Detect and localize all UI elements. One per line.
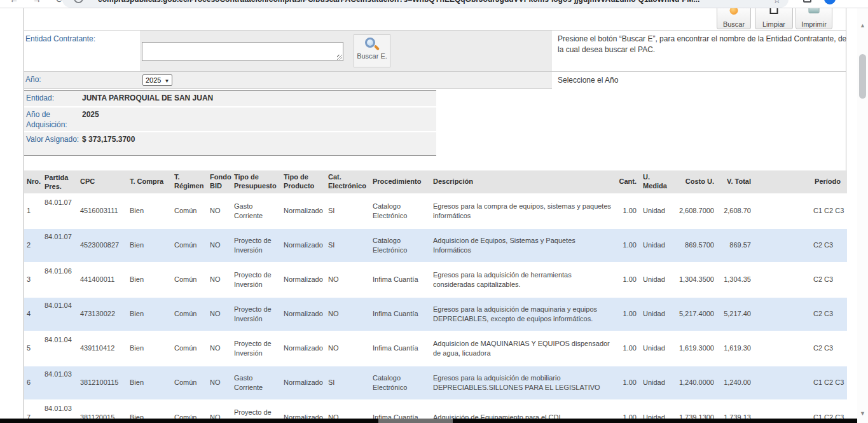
vertical-scrollbar[interactable]: ▲ ▼ (857, 8, 868, 423)
valor-asignado-label: Valor Asignado: (24, 132, 81, 155)
content-left-border (23, 8, 24, 419)
cell-tipo_presupuesto: Proyecto de Inversión (231, 263, 281, 297)
divider (24, 71, 846, 72)
entidad-info-label: Entidad: (24, 91, 81, 106)
cell-t_compra: Bien (127, 297, 172, 331)
cell-costo_u: 1,304.3500 (671, 263, 718, 297)
entity-info-row: Valor Asignado: $ 373,175.3700 (24, 132, 436, 155)
cell-u_medida: Unidad (640, 194, 671, 228)
cell-cat_electronico: NO (326, 297, 370, 331)
cell-fondo_bid: NO (207, 366, 231, 400)
cell-procedimiento: Infima Cuantía (370, 297, 431, 331)
forward-icon[interactable]: → (29, 0, 45, 7)
profile-avatar[interactable] (824, 0, 836, 4)
cell-cant: 1.00 (615, 194, 640, 228)
cell-periodo: C2 C3 (755, 331, 847, 366)
cell-nro: 2 (24, 228, 42, 263)
anio-help-text: Seleccione el Año (558, 75, 850, 86)
cell-descripcion: Egresos para la compra de equipos, siste… (431, 194, 615, 228)
cell-periodo: C2 C3 (755, 263, 847, 297)
entidad-contratante-input[interactable] (142, 42, 343, 61)
cell-cat_electronico: SI (326, 228, 370, 263)
cell-t_compra: Bien (127, 331, 172, 366)
cell-v_total: 1,304.35 (718, 263, 755, 297)
anio-adquisicion-label: Año de Adquisición: (24, 107, 81, 131)
cell-v_total: 5,217.40 (718, 297, 755, 331)
cell-descripcion: Adquisicion de MAQUINARIAS Y EQUIPOS dis… (431, 331, 615, 366)
cell-v_total: 1,240.00 (718, 366, 755, 400)
cell-descripcion: Adquisicion de Equipos, Sistemas y Paque… (431, 228, 615, 263)
browser-window-icon[interactable] (803, 0, 811, 3)
cell-u_medida: Unidad (640, 297, 671, 331)
cell-nro: 3 (24, 263, 42, 297)
limpiar-button-label: Limpiar (762, 20, 785, 28)
cell-fondo_bid: NO (207, 263, 231, 297)
buscar-button-label: Buscar (723, 20, 745, 28)
anio-adquisicion-value: 2025 (81, 107, 436, 131)
textarea-resize-grip[interactable] (337, 55, 342, 60)
table-header-row: Nro.Partida Pres.CPCT. CompraT. RégimenF… (24, 170, 847, 194)
cell-t_compra: Bien (127, 263, 172, 297)
cell-t_regimen: Común (172, 263, 207, 297)
cell-partida: 84.01.04 (42, 297, 78, 331)
browser-toolbar: ← → ⟳ compraspublicas.gob.ec/ProcesoCont… (0, 0, 868, 8)
address-bar[interactable]: compraspublicas.gob.ec/ProcesoContrataci… (62, 0, 789, 8)
cell-v_total: 869.57 (718, 228, 755, 263)
cell-tipo_producto: Normalizado (281, 228, 326, 263)
url-text: compraspublicas.gob.ec/ProcesoContrataci… (98, 0, 747, 8)
divider (24, 30, 846, 31)
horizontal-scrollbar-thumb[interactable] (378, 419, 453, 423)
table-row: 484.01.04473130022BienComúnNOProyecto de… (24, 297, 847, 331)
cell-descripcion: Egresos para la adquisición de herramien… (431, 263, 615, 297)
cell-cat_electronico: NO (326, 331, 370, 366)
magnifier-icon (365, 38, 379, 52)
cell-fondo_bid: NO (207, 228, 231, 263)
cell-cpc: 3812100115 (78, 366, 127, 400)
site-info-icon[interactable] (74, 0, 83, 3)
cell-costo_u: 1,240.0000 (671, 366, 718, 400)
buscar-e-label: Buscar E. (357, 52, 387, 60)
browser-menu-icon[interactable]: ⋮ (857, 0, 864, 1)
scroll-up-icon[interactable]: ▲ (857, 22, 868, 29)
horizontal-scrollbar[interactable] (0, 419, 857, 423)
anio-label: Año: (25, 75, 41, 84)
cell-partida: 84.01.06 (42, 263, 78, 297)
column-header-12: U. Medida (640, 170, 671, 194)
app-window: ← → ⟳ compraspublicas.gob.ec/ProcesoCont… (0, 0, 868, 423)
cell-cat_electronico: SI (326, 194, 370, 228)
scroll-down-icon[interactable]: ▼ (857, 410, 868, 417)
cell-fondo_bid: NO (207, 331, 231, 366)
cell-periodo: C1 C2 C3 (755, 194, 847, 228)
cell-cpc: 441400011 (78, 263, 127, 297)
bookmark-star-icon[interactable]: ☆ (773, 0, 781, 8)
vertical-scrollbar-thumb[interactable] (859, 54, 866, 99)
cell-tipo_producto: Normalizado (281, 194, 326, 228)
cell-fondo_bid: NO (207, 194, 231, 228)
column-header-9: Procedimiento (370, 170, 431, 194)
entidad-info-value: JUNTA PARROQUIAL DE SAN JUAN (81, 91, 436, 106)
cell-costo_u: 1,619.3000 (671, 331, 718, 366)
chevron-down-icon: ▼ (164, 78, 169, 84)
column-header-3: T. Compra (127, 170, 172, 194)
cell-tipo_presupuesto: Gasto Corriente (231, 366, 281, 400)
cell-v_total: 2,608.70 (718, 194, 755, 228)
cell-periodo: C2 C3 (755, 297, 847, 331)
cell-partida: 84.01.07 (42, 194, 78, 228)
cell-t_regimen: Común (172, 366, 207, 400)
back-icon[interactable]: ← (6, 0, 22, 7)
cell-costo_u: 869.5700 (671, 228, 718, 263)
cell-tipo_producto: Normalizado (281, 331, 326, 366)
cell-procedimiento: Catalogo Electrónico (370, 194, 431, 228)
column-header-1: Partida Pres. (42, 170, 78, 194)
pac-table: Nro.Partida Pres.CPCT. CompraT. RégimenF… (24, 170, 847, 423)
cell-tipo_presupuesto: Proyecto de Inversión (231, 228, 281, 263)
column-header-15: Período (755, 170, 847, 194)
column-header-13: Costo U. (671, 170, 718, 194)
anio-select[interactable]: 2025▼ (142, 74, 172, 86)
table-row: 584.01.04439110412BienComúnNOProyecto de… (24, 331, 847, 366)
table-row: 684.01.033812100115BienComúnNOGasto Corr… (24, 366, 847, 400)
cell-periodo: C2 C3 (755, 228, 847, 263)
cell-nro: 1 (24, 194, 42, 228)
buscar-e-button[interactable]: Buscar E. (354, 34, 390, 67)
cell-partida: 84.01.03 (42, 366, 78, 400)
